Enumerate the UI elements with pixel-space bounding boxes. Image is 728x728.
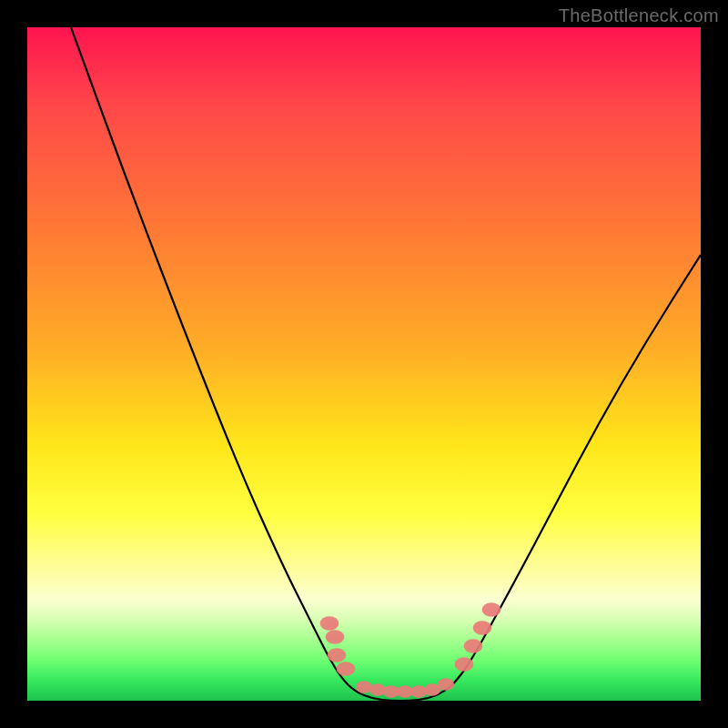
curve-marker xyxy=(397,685,413,698)
curve-marker xyxy=(326,630,345,643)
plot-area xyxy=(27,27,701,701)
curve-marker xyxy=(383,685,399,698)
curve-svg xyxy=(27,27,701,701)
curve-marker xyxy=(424,683,440,696)
curve-marker xyxy=(337,662,356,675)
curve-marker xyxy=(356,681,372,693)
curve-marker xyxy=(369,683,386,696)
chart-frame: TheBottleneck.com xyxy=(0,0,728,728)
curve-marker xyxy=(473,621,492,634)
bottleneck-curve xyxy=(71,27,701,701)
curve-marker xyxy=(482,602,501,616)
curve-marker xyxy=(320,616,339,630)
watermark-text: TheBottleneck.com xyxy=(559,5,719,26)
curve-marker xyxy=(455,657,474,671)
curve-marker xyxy=(438,678,454,691)
curve-marker xyxy=(328,648,347,662)
curve-markers xyxy=(320,602,501,697)
curve-marker xyxy=(464,639,483,652)
curve-marker xyxy=(410,685,427,698)
